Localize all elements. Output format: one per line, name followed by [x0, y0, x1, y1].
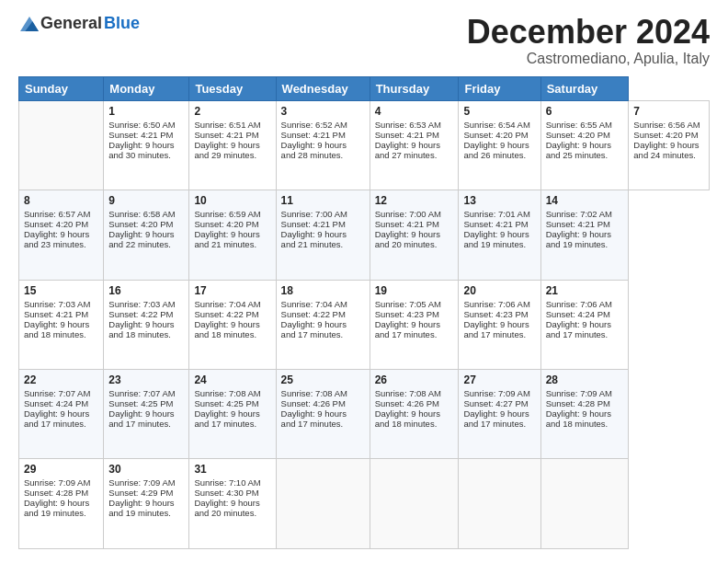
sunrise: Sunrise: 7:08 AM	[194, 388, 270, 398]
header: General Blue December 2024 Castromediano…	[18, 14, 710, 67]
logo-icon	[20, 15, 39, 33]
sunset: Sunset: 4:22 PM	[108, 309, 184, 319]
sunrise: Sunrise: 7:05 AM	[375, 299, 454, 309]
sunset: Sunset: 4:26 PM	[375, 398, 454, 408]
daylight: Daylight: 9 hours and 24 minutes.	[633, 140, 704, 160]
day-number: 4	[375, 105, 454, 118]
sunset: Sunset: 4:23 PM	[375, 309, 454, 319]
col-monday: Monday	[104, 76, 189, 100]
sunset: Sunset: 4:22 PM	[281, 309, 365, 319]
daylight: Daylight: 9 hours and 19 minutes.	[546, 229, 624, 249]
col-thursday: Thursday	[370, 76, 459, 100]
daylight: Daylight: 9 hours and 17 minutes.	[24, 408, 98, 429]
sunset: Sunset: 4:21 PM	[546, 219, 624, 229]
sunset: Sunset: 4:23 PM	[463, 309, 535, 319]
sunrise: Sunrise: 7:08 AM	[375, 388, 454, 398]
table-row	[370, 459, 459, 549]
sunrise: Sunrise: 6:55 AM	[546, 120, 624, 130]
sunset: Sunset: 4:21 PM	[108, 130, 184, 140]
sunrise: Sunrise: 7:02 AM	[546, 209, 624, 219]
daylight: Daylight: 9 hours and 20 minutes.	[375, 229, 454, 249]
daylight: Daylight: 9 hours and 17 minutes.	[463, 319, 535, 339]
title-section: December 2024 Castromediano, Apulia, Ita…	[467, 14, 710, 67]
daylight: Daylight: 9 hours and 21 minutes.	[194, 229, 270, 249]
col-wednesday: Wednesday	[276, 76, 370, 100]
sunrise: Sunrise: 7:09 AM	[108, 477, 184, 488]
sunrise: Sunrise: 6:52 AM	[281, 120, 365, 130]
table-row: 18Sunrise: 7:04 AMSunset: 4:22 PMDayligh…	[276, 280, 370, 369]
day-number: 17	[194, 284, 270, 297]
daylight: Daylight: 9 hours and 29 minutes.	[194, 140, 270, 160]
calendar-body: 1Sunrise: 6:50 AMSunset: 4:21 PMDaylight…	[19, 100, 710, 548]
table-row: 14Sunrise: 7:02 AMSunset: 4:21 PMDayligh…	[540, 190, 629, 280]
col-saturday: Saturday	[540, 76, 629, 100]
table-row: 21Sunrise: 7:06 AMSunset: 4:24 PMDayligh…	[540, 280, 629, 369]
sunset: Sunset: 4:21 PM	[375, 130, 454, 140]
day-number: 11	[281, 194, 365, 207]
sunset: Sunset: 4:20 PM	[463, 130, 535, 140]
col-friday: Friday	[459, 76, 540, 100]
sunset: Sunset: 4:29 PM	[108, 488, 184, 498]
sunset: Sunset: 4:30 PM	[194, 488, 270, 498]
table-row: 29Sunrise: 7:09 AMSunset: 4:28 PMDayligh…	[19, 459, 104, 549]
table-row: 2Sunrise: 6:51 AMSunset: 4:21 PMDaylight…	[189, 100, 276, 190]
sunset: Sunset: 4:27 PM	[463, 398, 535, 408]
day-number: 29	[24, 463, 98, 476]
sunset: Sunset: 4:21 PM	[24, 309, 98, 319]
day-number: 7	[633, 105, 704, 118]
sunset: Sunset: 4:24 PM	[546, 309, 624, 319]
daylight: Daylight: 9 hours and 28 minutes.	[281, 140, 365, 160]
sunset: Sunset: 4:20 PM	[546, 130, 624, 140]
sunrise: Sunrise: 7:00 AM	[281, 209, 365, 219]
table-row: 26Sunrise: 7:08 AMSunset: 4:26 PMDayligh…	[370, 370, 459, 459]
sunrise: Sunrise: 7:07 AM	[24, 388, 98, 398]
sunset: Sunset: 4:21 PM	[194, 130, 270, 140]
table-row: 7Sunrise: 6:56 AMSunset: 4:20 PMDaylight…	[629, 100, 710, 190]
sunset: Sunset: 4:20 PM	[194, 219, 270, 229]
sunset: Sunset: 4:28 PM	[546, 398, 624, 408]
table-row: 8Sunrise: 6:57 AMSunset: 4:20 PMDaylight…	[19, 190, 104, 280]
day-number: 24	[194, 373, 270, 386]
calendar-table: Sunday Monday Tuesday Wednesday Thursday…	[18, 76, 710, 549]
sunset: Sunset: 4:20 PM	[633, 130, 704, 140]
daylight: Daylight: 9 hours and 22 minutes.	[108, 229, 184, 249]
table-row: 19Sunrise: 7:05 AMSunset: 4:23 PMDayligh…	[370, 280, 459, 369]
table-row: 9Sunrise: 6:58 AMSunset: 4:20 PMDaylight…	[104, 190, 189, 280]
day-number: 28	[546, 373, 624, 386]
sunrise: Sunrise: 7:09 AM	[24, 477, 98, 488]
sunrise: Sunrise: 6:56 AM	[633, 120, 704, 130]
daylight: Daylight: 9 hours and 26 minutes.	[463, 140, 535, 160]
day-number: 31	[194, 463, 270, 476]
daylight: Daylight: 9 hours and 19 minutes.	[463, 229, 535, 249]
table-row	[540, 459, 629, 549]
sunrise: Sunrise: 7:06 AM	[463, 299, 535, 309]
table-row: 11Sunrise: 7:00 AMSunset: 4:21 PMDayligh…	[276, 190, 370, 280]
day-number: 26	[375, 373, 454, 386]
day-number: 12	[375, 194, 454, 207]
table-row: 3Sunrise: 6:52 AMSunset: 4:21 PMDaylight…	[276, 100, 370, 190]
day-number: 9	[108, 194, 184, 207]
table-row: 27Sunrise: 7:09 AMSunset: 4:27 PMDayligh…	[459, 370, 540, 459]
sunset: Sunset: 4:22 PM	[194, 309, 270, 319]
day-number: 16	[108, 284, 184, 297]
sunrise: Sunrise: 6:50 AM	[108, 120, 184, 130]
sunrise: Sunrise: 7:10 AM	[194, 477, 270, 488]
sunrise: Sunrise: 6:59 AM	[194, 209, 270, 219]
subtitle: Castromediano, Apulia, Italy	[467, 51, 710, 67]
daylight: Daylight: 9 hours and 27 minutes.	[375, 140, 454, 160]
sunset: Sunset: 4:24 PM	[24, 398, 98, 408]
table-row	[459, 459, 540, 549]
sunset: Sunset: 4:21 PM	[281, 219, 365, 229]
day-number: 6	[546, 105, 624, 118]
table-row: 20Sunrise: 7:06 AMSunset: 4:23 PMDayligh…	[459, 280, 540, 369]
daylight: Daylight: 9 hours and 19 minutes.	[108, 498, 184, 518]
day-number: 8	[24, 194, 98, 207]
table-row: 16Sunrise: 7:03 AMSunset: 4:22 PMDayligh…	[104, 280, 189, 369]
day-number: 30	[108, 463, 184, 476]
table-row: 31Sunrise: 7:10 AMSunset: 4:30 PMDayligh…	[189, 459, 276, 549]
month-title: December 2024	[467, 14, 710, 51]
sunrise: Sunrise: 6:57 AM	[24, 209, 98, 219]
day-number: 10	[194, 194, 270, 207]
sunrise: Sunrise: 7:09 AM	[463, 388, 535, 398]
daylight: Daylight: 9 hours and 18 minutes.	[375, 408, 454, 429]
